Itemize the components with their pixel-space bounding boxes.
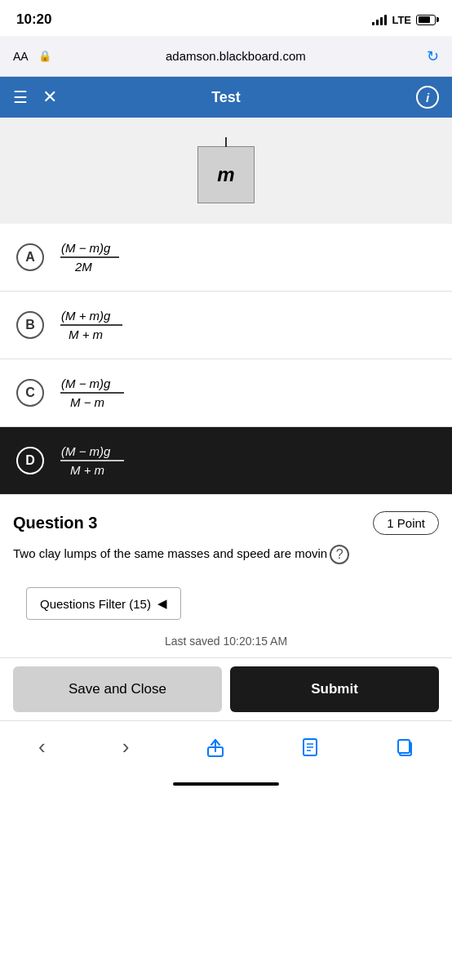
mass-label: m — [217, 163, 234, 186]
url-text[interactable]: adamson.blackboard.com — [55, 49, 417, 63]
svg-text:(M + m)g: (M + m)g — [61, 309, 111, 323]
help-bubble-icon[interactable]: ? — [330, 545, 349, 564]
aa-label[interactable]: AA — [13, 50, 29, 63]
share-icon — [206, 737, 224, 758]
option-circle-a: A — [16, 243, 44, 271]
tabs-button[interactable] — [388, 733, 422, 761]
formula-a: (M − m)g 2M — [57, 238, 131, 276]
svg-text:M + m: M + m — [70, 463, 104, 477]
signal-bars-icon — [372, 14, 387, 25]
answer-option-d[interactable]: D (M − m)g M + m — [0, 427, 452, 495]
layers-icon — [396, 737, 414, 758]
option-circle-d: D — [16, 447, 44, 474]
submit-button[interactable]: Submit — [230, 666, 439, 712]
svg-text:2M: 2M — [74, 260, 92, 274]
answer-option-c[interactable]: C (M − m)g M − m — [0, 359, 452, 427]
question-section: Question 3 1 Point Two clay lumps of the… — [0, 495, 452, 587]
share-button[interactable] — [198, 733, 233, 761]
bottom-nav: ‹ › — [0, 720, 452, 779]
battery-icon — [416, 15, 436, 25]
formula-svg-c: (M − m)g M − m — [57, 374, 139, 412]
formula-svg-a: (M − m)g 2M — [57, 238, 131, 276]
forward-button[interactable]: › — [114, 731, 138, 763]
svg-text:(M − m)g: (M − m)g — [61, 241, 111, 255]
svg-text:M − m: M − m — [70, 395, 104, 409]
svg-text:M + m: M + m — [69, 327, 103, 341]
question-text: Two clay lumps of the same masses and sp… — [13, 545, 439, 564]
book-icon — [301, 737, 319, 758]
filter-label: Questions Filter (15) — [40, 597, 151, 611]
save-and-close-button[interactable]: Save and Close — [13, 666, 222, 712]
svg-rect-19 — [398, 740, 410, 753]
question-text-content: Two clay lumps of the same masses and sp… — [13, 546, 327, 560]
mass-box: m — [197, 146, 255, 203]
address-bar: AA 🔒 adamson.blackboard.com ↻ — [0, 36, 452, 77]
svg-text:(M − m)g: (M − m)g — [61, 444, 111, 458]
battery-fill — [419, 16, 430, 23]
formula-d: (M − m)g M + m — [57, 442, 139, 479]
refresh-icon[interactable]: ↻ — [427, 47, 439, 65]
home-indicator — [173, 782, 279, 786]
question-title: Question 3 — [13, 514, 97, 532]
menu-icon[interactable]: ☰ — [13, 87, 28, 107]
questions-filter-button[interactable]: Questions Filter (15) ◀ — [26, 587, 181, 620]
last-saved-text: Last saved 10:20:15 AM — [0, 631, 452, 657]
bookmarks-button[interactable] — [293, 733, 327, 761]
status-time: 10:20 — [16, 11, 51, 28]
action-buttons: Save and Close Submit — [0, 657, 452, 720]
diagram-area: m — [0, 118, 452, 224]
close-icon[interactable]: ✕ — [42, 87, 57, 108]
back-button[interactable]: ‹ — [30, 731, 54, 763]
filter-arrow-icon: ◀ — [157, 596, 167, 611]
status-bar: 10:20 LTE — [0, 0, 452, 36]
points-badge: 1 Point — [373, 511, 439, 535]
svg-text:(M − m)g: (M − m)g — [61, 376, 111, 390]
formula-svg-b: (M + m)g M + m — [57, 306, 139, 344]
option-circle-c: C — [16, 379, 44, 407]
lock-icon: 🔒 — [38, 50, 51, 62]
page-title: Test — [211, 89, 241, 106]
formula-svg-d: (M − m)g M + m — [57, 442, 139, 479]
formula-b: (M + m)g M + m — [57, 306, 139, 344]
answer-option-b[interactable]: B (M + m)g M + m — [0, 292, 452, 359]
answer-option-a[interactable]: A (M − m)g 2M — [0, 224, 452, 292]
option-circle-b: B — [16, 311, 44, 339]
question-header: Question 3 1 Point — [13, 511, 439, 535]
app-header: ☰ ✕ Test i — [0, 77, 452, 118]
formula-c: (M − m)g M − m — [57, 374, 139, 412]
info-icon[interactable]: i — [416, 86, 439, 109]
header-left: ☰ ✕ — [13, 87, 57, 108]
questions-filter-wrapper: Questions Filter (15) ◀ — [0, 587, 452, 631]
lte-label: LTE — [392, 14, 411, 26]
status-icons: LTE — [372, 14, 436, 26]
